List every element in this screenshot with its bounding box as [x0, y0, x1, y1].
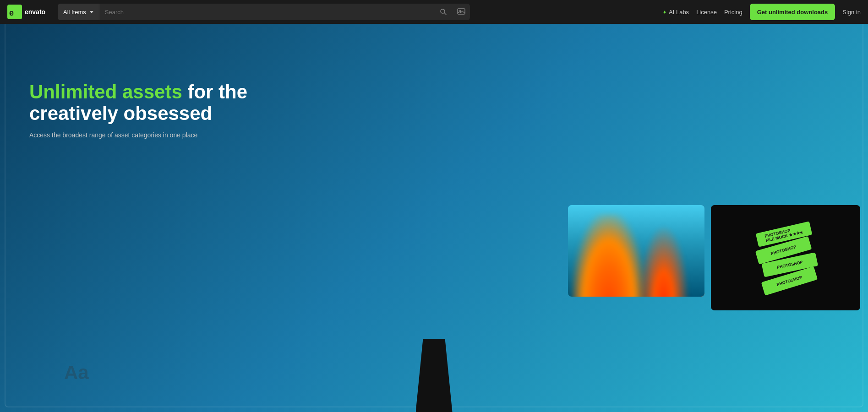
sign-in-link[interactable]: Sign in — [842, 9, 861, 16]
sound-effects-image — [568, 205, 705, 297]
all-items-dropdown[interactable]: All Items — [58, 4, 99, 20]
sign-in-label: Sign in — [842, 9, 861, 16]
category-card-royalty-music[interactable]: Royalty-Free Music 220,000+ — [424, 176, 562, 315]
search-input[interactable] — [99, 4, 434, 20]
pricing-label: Pricing — [724, 9, 742, 16]
search-submit-button[interactable] — [434, 8, 453, 16]
stacked-boxes-decoration: PHOTOSHOPFILE MOCK ★★★★ PHOTOSHOP PHOTOS… — [751, 222, 820, 294]
hero-content: Unlimited assets for the creatively obse… — [29, 81, 267, 138]
spark-icon — [662, 9, 667, 16]
ai-labs-label: AI Labs — [669, 9, 689, 16]
image-search-button[interactable] — [453, 7, 470, 17]
pricing-link[interactable]: Pricing — [724, 9, 742, 16]
all-items-label: All Items — [63, 9, 86, 16]
get-unlimited-label: Get unlimited downloads — [757, 9, 828, 16]
svg-line-4 — [444, 13, 446, 15]
categories-section: Stock Video 7M+ Video Templates 120,000+… — [0, 176, 868, 402]
logo[interactable]: e envato — [7, 5, 52, 19]
hero-subtitle: Access the broadest range of asset categ… — [29, 131, 267, 139]
image-search-icon — [457, 7, 465, 16]
categories-row-1: Stock Video 7M+ Video Templates 120,000+… — [7, 176, 861, 315]
license-link[interactable]: License — [696, 9, 717, 16]
search-icon — [440, 8, 447, 16]
nav-right: AI Labs License Pricing Get unlimited do… — [662, 4, 861, 20]
get-unlimited-button[interactable]: Get unlimited downloads — [750, 4, 835, 20]
license-label: License — [696, 9, 717, 16]
hero-title: Unlimited assets for the creatively obse… — [29, 81, 267, 124]
ai-labs-link[interactable]: AI Labs — [662, 9, 689, 16]
top-navigation: e envato All Items A — [0, 0, 868, 24]
hero-title-green: Unlimited assets — [29, 81, 182, 103]
graphic-templates-image: PHOTOSHOPFILE MOCK ★★★★ PHOTOSHOP PHOTOS… — [711, 205, 860, 310]
chevron-down-icon — [90, 11, 93, 13]
svg-rect-5 — [458, 9, 465, 14]
svg-text:envato: envato — [25, 8, 45, 16]
search-bar[interactable]: All Items — [58, 4, 470, 20]
svg-point-6 — [459, 10, 461, 12]
svg-text:e: e — [9, 8, 14, 17]
royalty-music-image — [425, 205, 562, 297]
